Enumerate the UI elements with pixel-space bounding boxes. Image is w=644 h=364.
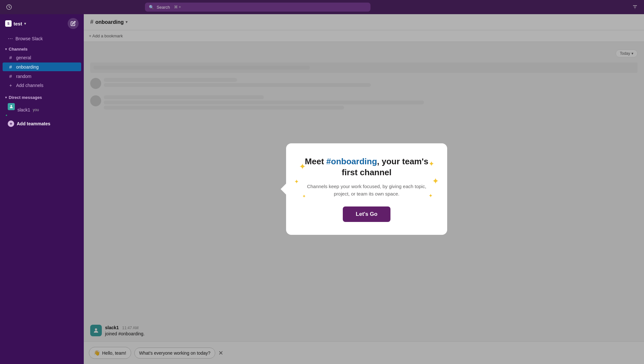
modal-card: ✦ ✦ ✦ ✦ ✦ ✦ Meet #onboarding, your team'…: [286, 143, 447, 235]
modal-title-part1: Meet: [305, 157, 326, 166]
sidebar-item-add-channels[interactable]: + Add channels: [3, 81, 81, 90]
dm-section-label: Direct messages: [9, 95, 42, 100]
dm-section-header[interactable]: ▾ Direct messages: [0, 92, 84, 101]
compose-button[interactable]: [68, 18, 79, 29]
modal-subtitle: Channels keep your work focused, by givi…: [302, 183, 431, 197]
filter-button[interactable]: [630, 2, 640, 12]
add-teammates-item[interactable]: + Add teammates: [3, 119, 81, 129]
content-area: # onboarding ▾ + Add a bookmark Today ▾: [84, 14, 644, 364]
sparkle-icon-2: ✦: [294, 178, 299, 185]
sidebar-item-random-label: random: [16, 74, 31, 79]
plus-circle-icon: +: [8, 120, 14, 127]
sidebar-item-general[interactable]: # general: [3, 53, 81, 62]
dm-you-tag: you: [33, 108, 39, 112]
svg-point-4: [11, 105, 12, 107]
browse-slack-item[interactable]: ⋯ Browse Slack: [3, 34, 81, 43]
dm-avatar-row: [8, 103, 15, 117]
dm-chevron-icon: ▾: [5, 96, 7, 99]
modal-title-channel: #onboarding: [326, 157, 377, 166]
add-channels-label: Add channels: [16, 83, 43, 88]
search-bar[interactable]: 🔍 Search ⌘ +: [145, 3, 370, 12]
sidebar-item-general-label: general: [16, 55, 31, 60]
dm-avatar: [8, 103, 15, 110]
search-text: Search: [157, 5, 170, 10]
sidebar-item-onboarding[interactable]: # onboarding: [3, 62, 81, 71]
sidebar-item-onboarding-label: onboarding: [16, 64, 39, 70]
dm-slack1-label: slack1: [17, 107, 30, 112]
workspace-chevron-icon: ▾: [24, 22, 26, 26]
hash-icon-general: #: [8, 55, 14, 60]
sidebar-item-random[interactable]: # random: [3, 72, 81, 81]
sidebar: S test ▾ ⋯ Browse Slack ▾ Channels # ge: [0, 14, 84, 364]
channels-section-header[interactable]: ▾ Channels: [0, 44, 84, 53]
search-shortcut: ⌘ +: [174, 5, 181, 9]
browse-slack-label: Browse Slack: [15, 36, 43, 41]
lets-go-button[interactable]: Let's Go: [343, 206, 390, 222]
modal-overlay[interactable]: ✦ ✦ ✦ ✦ ✦ ✦ Meet #onboarding, your team'…: [84, 14, 644, 364]
online-status-dot: [5, 114, 8, 117]
sidebar-item-dm-slack1[interactable]: slack1 you: [3, 101, 81, 118]
top-bar: 🔍 Search ⌘ +: [0, 0, 644, 14]
search-icon: 🔍: [149, 5, 154, 10]
dots-icon: ⋯: [8, 35, 13, 42]
workspace-name: S test ▾: [5, 20, 26, 27]
history-button[interactable]: [4, 2, 14, 12]
dm-avatar-wrapper: [8, 103, 15, 117]
sparkle-icon-5: ✦: [432, 176, 439, 186]
add-teammates-label: Add teammates: [17, 121, 50, 126]
channels-section-label: Channels: [9, 47, 28, 52]
hash-icon-random: #: [8, 73, 14, 79]
plus-icon-channels: +: [8, 83, 14, 88]
modal-title: Meet #onboarding, your team's first chan…: [302, 156, 431, 178]
channels-chevron-icon: ▾: [5, 47, 7, 51]
workspace-header[interactable]: S test ▾: [0, 14, 84, 33]
main-layout: S test ▾ ⋯ Browse Slack ▾ Channels # ge: [0, 14, 644, 364]
modal-arrow: [281, 183, 286, 195]
workspace-logo: S: [5, 20, 12, 27]
hash-icon-onboarding: #: [8, 64, 14, 70]
